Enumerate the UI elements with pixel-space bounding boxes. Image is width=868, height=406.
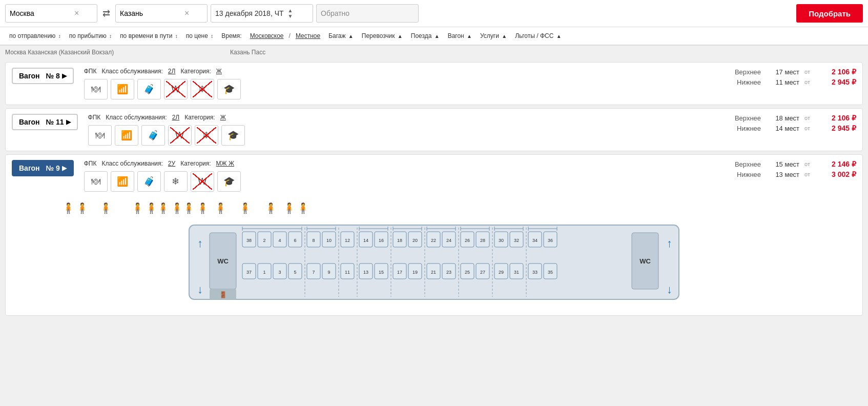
svg-text:27: 27 bbox=[480, 270, 485, 275]
date-field[interactable]: 13 декабря 2018, ЧТ ▲▼ bbox=[211, 4, 313, 23]
person-icon: 🧍 bbox=[264, 202, 277, 214]
wagon-button-9[interactable]: Вагон № 9 ▶ bbox=[12, 160, 74, 176]
svg-text:8: 8 bbox=[312, 238, 315, 243]
wagon-label-11: Вагон bbox=[19, 118, 40, 126]
to-input[interactable]: Казань bbox=[120, 9, 181, 17]
seat-8[interactable]: 8 bbox=[307, 232, 320, 247]
seat-35[interactable]: 35 bbox=[544, 263, 557, 279]
seat-11[interactable]: 11 bbox=[341, 263, 354, 279]
seat-19[interactable]: 19 bbox=[408, 263, 422, 279]
filter-arrival[interactable]: по прибытию ↕ bbox=[65, 30, 116, 42]
icon-food-11: 🍽 bbox=[88, 125, 112, 146]
seat-1[interactable]: 1 bbox=[258, 263, 271, 279]
seat-33[interactable]: 33 bbox=[528, 263, 542, 279]
icon-food-8: 🍽 bbox=[84, 79, 108, 99]
search-bar: Москва × ⇄ Казань × 13 декабря 2018, ЧТ … bbox=[0, 0, 868, 27]
filter-trains[interactable]: Поезда ▲ bbox=[407, 30, 444, 42]
seat-24[interactable]: 24 bbox=[442, 232, 456, 247]
seat-26[interactable]: 26 bbox=[461, 232, 474, 247]
from-input[interactable]: Москва bbox=[10, 9, 71, 17]
service-class-label-8: Класс обслуживания: bbox=[102, 68, 163, 75]
seat-4[interactable]: 4 bbox=[273, 232, 286, 247]
sort-arrow-price: ↕ bbox=[211, 33, 213, 39]
seat-5[interactable]: 5 bbox=[288, 263, 302, 279]
svg-text:2: 2 bbox=[263, 238, 265, 243]
swap-icon[interactable]: ⇄ bbox=[100, 8, 112, 19]
pricing-11: Верхнее 18 мест от 2 106 ₽ Нижнее 14 мес… bbox=[730, 114, 856, 134]
seat-16[interactable]: 16 bbox=[375, 232, 388, 247]
filter-moscow-time[interactable]: Московское bbox=[246, 30, 288, 42]
search-button[interactable]: Подобрать bbox=[796, 4, 863, 23]
seat-27[interactable]: 27 bbox=[476, 263, 489, 279]
persons-comp-8: 🧍 bbox=[258, 202, 283, 214]
svg-text:16: 16 bbox=[379, 238, 384, 243]
svg-text:9: 9 bbox=[327, 270, 330, 275]
seat-18[interactable]: 18 bbox=[393, 232, 406, 247]
seat-12[interactable]: 12 bbox=[341, 232, 354, 247]
seat-29[interactable]: 29 bbox=[494, 263, 508, 279]
lower-pricing-9: Нижнее 13 мест от 3 002 ₽ bbox=[730, 170, 856, 178]
category-label-9: Категория: bbox=[180, 160, 211, 167]
wagon-chevron-11: ▶ bbox=[66, 118, 71, 126]
seat-2[interactable]: 2 bbox=[258, 232, 271, 247]
svg-text:22: 22 bbox=[431, 238, 436, 243]
lower-from-8: от bbox=[804, 79, 810, 85]
seat-13[interactable]: 13 bbox=[359, 263, 373, 279]
lower-price-8[interactable]: 2 945 ₽ bbox=[815, 78, 856, 86]
seat-6[interactable]: 6 bbox=[288, 232, 302, 247]
svg-text:20: 20 bbox=[412, 238, 418, 243]
icon-wifi-9: W bbox=[191, 171, 214, 192]
seat-14[interactable]: 14 bbox=[359, 232, 373, 247]
filter-price[interactable]: по цене ↕ bbox=[182, 30, 218, 42]
filter-baggage[interactable]: Багаж ▲ bbox=[324, 30, 358, 42]
seat-7[interactable]: 7 bbox=[307, 263, 320, 279]
service-class-9: 2У bbox=[168, 160, 175, 167]
lower-label-9: Нижнее bbox=[730, 171, 761, 178]
seat-20[interactable]: 20 bbox=[408, 232, 422, 247]
filter-departure[interactable]: по отправлению ↕ bbox=[5, 30, 65, 42]
wagon-card-11: Вагон № 11 ▶ ФПК Класс обслуживания: 2Л … bbox=[5, 108, 863, 151]
seat-34[interactable]: 34 bbox=[528, 232, 542, 247]
from-clear-icon[interactable]: × bbox=[74, 9, 79, 18]
from-field[interactable]: Москва × bbox=[5, 4, 97, 23]
seat-30[interactable]: 30 bbox=[494, 232, 508, 247]
seat-15[interactable]: 15 bbox=[375, 263, 388, 279]
seat-3[interactable]: 3 bbox=[273, 263, 286, 279]
wagon-button-11[interactable]: Вагон № 11 ▶ bbox=[12, 114, 78, 130]
filter-carrier[interactable]: Перевозчик ▲ bbox=[358, 30, 407, 42]
filter-benefits[interactable]: Льготы / ФСС ▲ bbox=[511, 30, 565, 42]
filter-wagon[interactable]: Вагон ▲ bbox=[444, 30, 476, 42]
lower-price-11[interactable]: 2 945 ₽ bbox=[815, 124, 856, 132]
icon-bag-11: 🧳 bbox=[141, 125, 165, 146]
upper-price-9[interactable]: 2 146 ₽ bbox=[815, 160, 856, 168]
seat-36[interactable]: 36 bbox=[544, 232, 557, 247]
seat-38[interactable]: 38 bbox=[242, 232, 256, 247]
filter-travel-time[interactable]: по времени в пути ↕ bbox=[116, 30, 182, 42]
back-field[interactable]: Обратно bbox=[316, 4, 419, 23]
date-arrows[interactable]: ▲▼ bbox=[288, 8, 293, 19]
filter-local-time[interactable]: Местное bbox=[292, 30, 324, 42]
seat-23[interactable]: 23 bbox=[442, 263, 456, 279]
to-clear-icon[interactable]: × bbox=[184, 9, 189, 18]
icon-food-9: 🍽 bbox=[84, 171, 108, 192]
seat-22[interactable]: 22 bbox=[427, 232, 440, 247]
icon-wifi-11: W bbox=[168, 125, 192, 146]
upper-price-8[interactable]: 2 106 ₽ bbox=[815, 68, 856, 76]
seat-28[interactable]: 28 bbox=[476, 232, 489, 247]
seat-10[interactable]: 10 bbox=[322, 232, 336, 247]
lower-pricing-11: Нижнее 14 мест от 2 945 ₽ bbox=[730, 124, 856, 132]
upper-price-11[interactable]: 2 106 ₽ bbox=[815, 114, 856, 122]
date-value: 13 декабря 2018, ЧТ bbox=[215, 9, 284, 17]
seat-31[interactable]: 31 bbox=[510, 263, 523, 279]
seat-21[interactable]: 21 bbox=[427, 263, 440, 279]
to-field[interactable]: Казань × bbox=[115, 4, 208, 23]
filter-services[interactable]: Услуги ▲ bbox=[476, 30, 511, 42]
lower-price-9[interactable]: 3 002 ₽ bbox=[815, 170, 856, 178]
seat-17[interactable]: 17 bbox=[393, 263, 406, 279]
wagon-button-8[interactable]: Вагон № 8 ▶ bbox=[12, 68, 74, 84]
seat-25[interactable]: 25 bbox=[461, 263, 474, 279]
seat-32[interactable]: 32 bbox=[510, 232, 523, 247]
person-icon: 🧍 bbox=[297, 202, 309, 214]
seat-9[interactable]: 9 bbox=[322, 263, 336, 279]
seat-37[interactable]: 37 bbox=[242, 263, 256, 279]
